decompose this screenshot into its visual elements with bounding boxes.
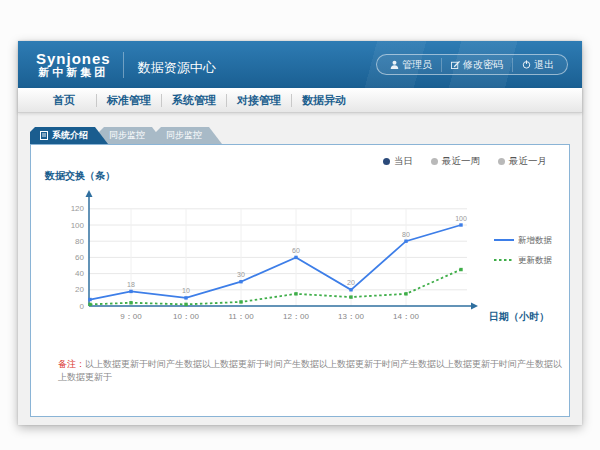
svg-text:30: 30 bbox=[237, 271, 245, 278]
svg-text:13：00: 13：00 bbox=[338, 312, 364, 321]
period-option-last-month[interactable]: 最近一月 bbox=[498, 155, 547, 168]
data-exchange-chart: 0204060801001209：0010：0011：0012：0013：001… bbox=[47, 183, 567, 333]
svg-text:14：00: 14：00 bbox=[393, 312, 419, 321]
svg-text:新增数据: 新增数据 bbox=[518, 235, 553, 245]
period-option-label: 最近一周 bbox=[442, 155, 480, 168]
nav-item-system-mgmt[interactable]: 系统管理 bbox=[162, 88, 226, 113]
period-option-last-week[interactable]: 最近一周 bbox=[431, 155, 480, 168]
nav-item-standard-mgmt[interactable]: 标准管理 bbox=[97, 88, 161, 113]
change-password-label: 修改密码 bbox=[463, 58, 503, 72]
tab-label: 系统介绍 bbox=[52, 127, 88, 144]
svg-text:10：00: 10：00 bbox=[173, 312, 199, 321]
brand-logo-en: Synjones bbox=[36, 51, 111, 67]
radio-icon bbox=[498, 158, 505, 165]
chart-container: 0204060801001209：0010：0011：0012：0013：001… bbox=[47, 183, 567, 337]
svg-text:11：00: 11：00 bbox=[228, 312, 254, 321]
nav-item-home[interactable]: 首页 bbox=[32, 88, 96, 113]
power-icon bbox=[522, 60, 531, 69]
svg-text:日期（小时）: 日期（小时） bbox=[489, 311, 549, 322]
brand-logo-cn: 新中新集团 bbox=[36, 67, 111, 79]
user-menu-admin[interactable]: 管理员 bbox=[381, 58, 441, 72]
tab-sync-monitor-2[interactable]: 同步监控 bbox=[156, 127, 222, 144]
chart-panel: 当日 最近一周 最近一月 数据交换（条） 0204060801001209：00… bbox=[30, 144, 570, 417]
svg-text:60: 60 bbox=[75, 253, 84, 262]
user-icon bbox=[390, 60, 399, 69]
svg-text:9：00: 9：00 bbox=[120, 312, 142, 321]
svg-text:20: 20 bbox=[347, 279, 355, 286]
user-menu-admin-label: 管理员 bbox=[402, 58, 432, 72]
logout-button[interactable]: 退出 bbox=[512, 58, 563, 72]
tab-label: 同步监控 bbox=[109, 127, 145, 144]
tab-label: 同步监控 bbox=[166, 127, 202, 144]
radio-selected-icon bbox=[383, 158, 390, 165]
chart-y-axis-title: 数据交换（条） bbox=[45, 169, 115, 183]
radio-icon bbox=[431, 158, 438, 165]
brand-logo: Synjones 新中新集团 bbox=[30, 51, 121, 78]
svg-text:20: 20 bbox=[75, 285, 84, 294]
tab-bar: 系统介绍 同步监控 同步监控 bbox=[30, 127, 222, 144]
period-option-label: 当日 bbox=[394, 155, 413, 168]
svg-text:100: 100 bbox=[455, 215, 467, 222]
user-menu: 管理员 修改密码 退出 bbox=[376, 54, 568, 75]
footnote-text: 以上数据更新于时间产生数据以上数据更新于时间产生数据以上数据更新于时间产生数据以… bbox=[58, 359, 562, 382]
svg-text:12：00: 12：00 bbox=[283, 312, 309, 321]
period-option-today[interactable]: 当日 bbox=[383, 155, 413, 168]
nav-item-connect-mgmt[interactable]: 对接管理 bbox=[227, 88, 291, 113]
tab-sync-monitor-1[interactable]: 同步监控 bbox=[99, 127, 165, 144]
footnote-prefix: 备注： bbox=[58, 359, 85, 369]
svg-text:120: 120 bbox=[71, 204, 85, 213]
edit-icon bbox=[451, 60, 460, 69]
main-nav: 首页 标准管理 系统管理 对接管理 数据异动 bbox=[18, 88, 582, 113]
svg-text:100: 100 bbox=[71, 221, 85, 230]
svg-text:80: 80 bbox=[402, 231, 410, 238]
page-title: 数据资源中心 bbox=[138, 59, 216, 77]
app-window: Synjones 新中新集团 数据资源中心 管理员 修改密码 bbox=[18, 41, 582, 425]
nav-item-data-change[interactable]: 数据异动 bbox=[292, 88, 356, 113]
header-divider bbox=[123, 52, 124, 78]
change-password-button[interactable]: 修改密码 bbox=[441, 58, 512, 72]
svg-text:40: 40 bbox=[75, 269, 84, 278]
app-header: Synjones 新中新集团 数据资源中心 管理员 修改密码 bbox=[18, 41, 582, 88]
svg-text:0: 0 bbox=[80, 302, 85, 311]
svg-text:80: 80 bbox=[75, 237, 84, 246]
svg-text:60: 60 bbox=[292, 247, 300, 254]
document-icon bbox=[40, 131, 48, 140]
period-filter: 当日 最近一周 最近一月 bbox=[383, 155, 547, 168]
logout-label: 退出 bbox=[534, 58, 554, 72]
footnote: 备注：以上数据更新于时间产生数据以上数据更新于时间产生数据以上数据更新于时间产生… bbox=[58, 358, 569, 384]
tab-system-intro[interactable]: 系统介绍 bbox=[30, 127, 108, 144]
period-option-label: 最近一月 bbox=[509, 155, 547, 168]
svg-text:18: 18 bbox=[127, 281, 135, 288]
svg-text:10: 10 bbox=[182, 287, 190, 294]
content-area: 系统介绍 同步监控 同步监控 当日 最近一周 bbox=[18, 114, 582, 425]
svg-text:更新数据: 更新数据 bbox=[518, 255, 553, 265]
